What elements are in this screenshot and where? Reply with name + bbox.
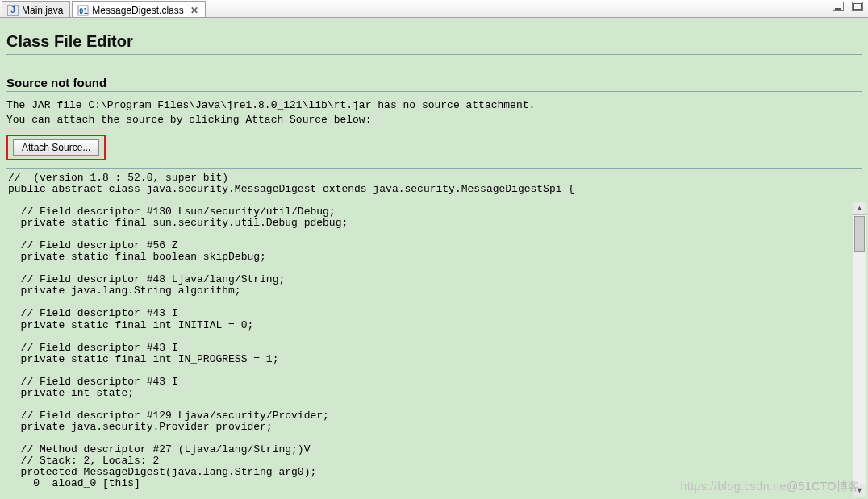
attach-source-highlight: Attach Source...	[6, 135, 106, 160]
divider	[6, 168, 862, 169]
scroll-up-icon[interactable]: ▲	[853, 202, 866, 215]
attach-source-button[interactable]: Attach Source...	[13, 139, 99, 156]
jar-path-message: The JAR file C:\Program Files\Java\jre1.…	[6, 98, 862, 113]
scroll-thumb[interactable]	[854, 216, 865, 252]
maximize-icon[interactable]	[852, 2, 863, 11]
tab-main-java[interactable]: J Main.java	[2, 1, 70, 17]
vertical-scrollbar[interactable]: ▲ ▼	[853, 202, 866, 497]
decompiled-code: // (version 1.8 : 52.0, super bit) publi…	[6, 171, 862, 489]
tab-messagedigest-class[interactable]: 01 MessageDigest.class ✕	[72, 1, 205, 17]
minimize-icon[interactable]	[833, 2, 844, 11]
editor-tabbar: J Main.java 01 MessageDigest.class ✕	[0, 0, 868, 18]
tab-label: MessageDigest.class	[92, 5, 183, 16]
class-file-editor: Class File Editor Source not found The J…	[0, 18, 868, 499]
page-title: Class File Editor	[6, 32, 862, 51]
class-file-icon: 01	[77, 5, 89, 16]
scroll-down-icon[interactable]: ▼	[853, 484, 866, 497]
source-not-found-heading: Source not found	[6, 76, 862, 89]
decompiled-code-pane: // (version 1.8 : 52.0, super bit) publi…	[6, 171, 862, 489]
divider	[6, 54, 862, 55]
window-controls	[833, 2, 863, 11]
java-file-icon: J	[7, 5, 19, 16]
svg-text:01: 01	[79, 7, 88, 15]
attach-instruction: You can attach the source by clicking At…	[6, 113, 862, 127]
tab-label: Main.java	[22, 5, 63, 16]
divider	[6, 91, 862, 92]
close-icon[interactable]: ✕	[190, 5, 198, 16]
